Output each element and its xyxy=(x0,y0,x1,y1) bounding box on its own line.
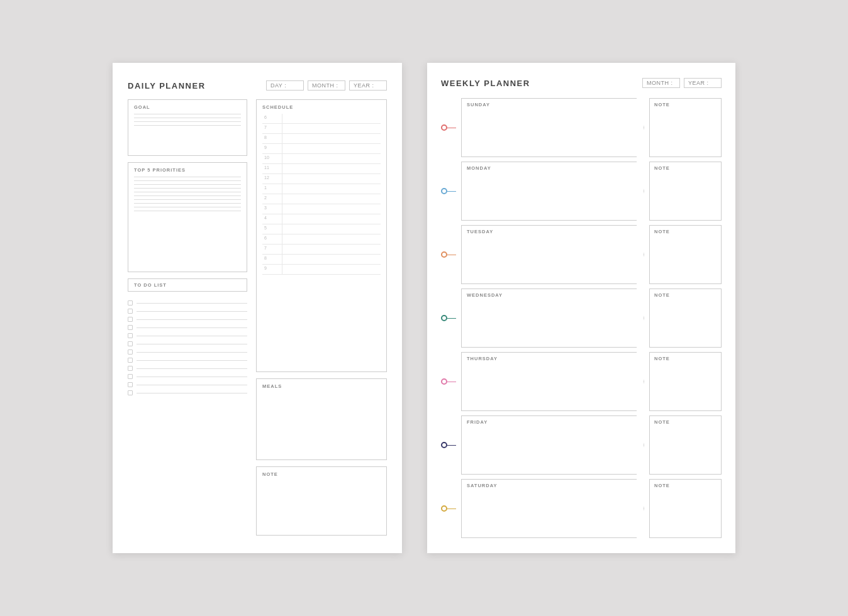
goal-label: GOAL xyxy=(134,104,241,110)
top5-section: TOP 5 PRIORITIES xyxy=(128,162,247,272)
wednesday-note[interactable]: NOTE xyxy=(649,289,722,348)
todo-line-text xyxy=(137,368,247,369)
goal-line xyxy=(134,121,241,122)
schedule-content[interactable] xyxy=(282,265,381,274)
schedule-row: 6 xyxy=(262,114,381,124)
thursday-main[interactable]: THURSDAY xyxy=(461,352,644,411)
todo-checkbox[interactable] xyxy=(128,333,133,338)
daily-header-fields: DAY : MONTH : YEAR : xyxy=(266,80,387,91)
schedule-row: 12 xyxy=(262,174,381,184)
todo-line-text xyxy=(137,319,247,320)
schedule-content[interactable] xyxy=(282,154,381,163)
saturday-note[interactable]: NOTE xyxy=(649,479,722,538)
todo-checkbox[interactable] xyxy=(128,382,133,387)
wednesday-label: WEDNESDAY xyxy=(467,292,503,298)
monday-main[interactable]: MONDAY xyxy=(461,162,644,221)
todo-line-text xyxy=(137,311,247,312)
todo-line-text xyxy=(137,336,247,336)
schedule-content[interactable] xyxy=(282,134,381,143)
tuesday-row: TUESDAY NOTE xyxy=(441,225,722,284)
schedule-time: 12 xyxy=(262,174,282,184)
todo-checkbox[interactable] xyxy=(128,325,133,330)
friday-connector xyxy=(447,445,456,446)
sunday-main[interactable]: SUNDAY xyxy=(461,98,644,157)
daily-right-column: SCHEDULE 6 7 8 9 10 11 12 1 2 3 4 5 6 7 … xyxy=(256,99,387,536)
weekly-year-field[interactable]: YEAR : xyxy=(684,78,722,88)
schedule-time: 5 xyxy=(262,224,282,234)
todo-checkbox[interactable] xyxy=(128,317,133,322)
todo-checkbox[interactable] xyxy=(128,341,133,346)
priority-line xyxy=(134,195,241,196)
schedule-row: 10 xyxy=(262,154,381,164)
schedule-content[interactable] xyxy=(282,224,381,234)
schedule-content[interactable] xyxy=(282,114,381,123)
tuesday-dot-line xyxy=(441,251,456,258)
schedule-content[interactable] xyxy=(282,144,381,153)
schedule-time: 6 xyxy=(262,114,282,123)
todo-checkbox[interactable] xyxy=(128,358,133,363)
schedule-content[interactable] xyxy=(282,194,381,204)
weekly-month-field[interactable]: MONTH : xyxy=(642,78,680,88)
sunday-note[interactable]: NOTE xyxy=(649,98,722,157)
schedule-content[interactable] xyxy=(282,184,381,194)
schedule-content[interactable] xyxy=(282,204,381,214)
sunday-row: SUNDAY NOTE xyxy=(441,98,722,157)
saturday-row: SATURDAY NOTE xyxy=(441,479,722,538)
daily-header: DAILY PLANNER DAY : MONTH : YEAR : xyxy=(128,80,387,91)
day-field[interactable]: DAY : xyxy=(266,80,304,91)
thursday-connector xyxy=(447,382,456,382)
friday-main[interactable]: FRIDAY xyxy=(461,415,644,475)
schedule-content[interactable] xyxy=(282,214,381,224)
todo-item xyxy=(128,333,247,338)
friday-note[interactable]: NOTE xyxy=(649,415,722,475)
todo-checkbox[interactable] xyxy=(128,309,133,314)
todo-line-text xyxy=(137,377,247,377)
schedule-content[interactable] xyxy=(282,174,381,184)
todo-label: TO DO LIST xyxy=(134,282,167,288)
friday-dot xyxy=(441,442,447,448)
schedule-content[interactable] xyxy=(282,234,381,244)
daily-left-column: GOAL TOP 5 PRIORITIES xyxy=(128,99,247,536)
saturday-dot-line xyxy=(441,505,456,512)
wednesday-main[interactable]: WEDNESDAY xyxy=(461,289,644,348)
schedule-content[interactable] xyxy=(282,164,381,173)
todo-item xyxy=(128,358,247,363)
monday-note[interactable]: NOTE xyxy=(649,162,722,221)
year-field[interactable]: YEAR : xyxy=(349,80,387,91)
saturday-main[interactable]: SATURDAY xyxy=(461,479,644,538)
wednesday-dot xyxy=(441,315,447,321)
todo-item xyxy=(128,341,247,346)
schedule-time: 7 xyxy=(262,245,282,254)
top5-label: TOP 5 PRIORITIES xyxy=(134,167,241,173)
thursday-note-label: NOTE xyxy=(654,356,717,361)
todo-line-text xyxy=(137,360,247,361)
schedule-content[interactable] xyxy=(282,255,381,264)
schedule-row: 11 xyxy=(262,164,381,174)
monday-label: MONDAY xyxy=(467,165,491,171)
todo-checkbox[interactable] xyxy=(128,390,133,395)
saturday-note-label: NOTE xyxy=(654,483,717,488)
todo-checkbox[interactable] xyxy=(128,300,133,305)
thursday-note[interactable]: NOTE xyxy=(649,352,722,411)
saturday-dot xyxy=(441,505,447,512)
todo-line-text xyxy=(137,344,247,344)
todo-checkbox[interactable] xyxy=(128,366,133,371)
meals-label: MEALS xyxy=(262,383,381,389)
tuesday-note[interactable]: NOTE xyxy=(649,225,722,284)
schedule-row: 2 xyxy=(262,194,381,204)
schedule-row: 9 xyxy=(262,265,381,275)
month-field[interactable]: MONTH : xyxy=(308,80,345,91)
priority-line xyxy=(134,203,241,204)
priority-line xyxy=(134,180,241,181)
note-label: NOTE xyxy=(262,471,381,477)
todo-list xyxy=(128,300,247,395)
todo-checkbox[interactable] xyxy=(128,349,133,355)
weekly-days-list: SUNDAY NOTE MONDAY NOTE xyxy=(441,98,722,538)
todo-checkbox[interactable] xyxy=(128,374,133,379)
friday-row: FRIDAY NOTE xyxy=(441,415,722,475)
schedule-content[interactable] xyxy=(282,124,381,133)
goal-lines xyxy=(134,114,241,126)
schedule-content[interactable] xyxy=(282,245,381,254)
tuesday-main[interactable]: TUESDAY xyxy=(461,225,644,284)
schedule-time: 2 xyxy=(262,194,282,204)
